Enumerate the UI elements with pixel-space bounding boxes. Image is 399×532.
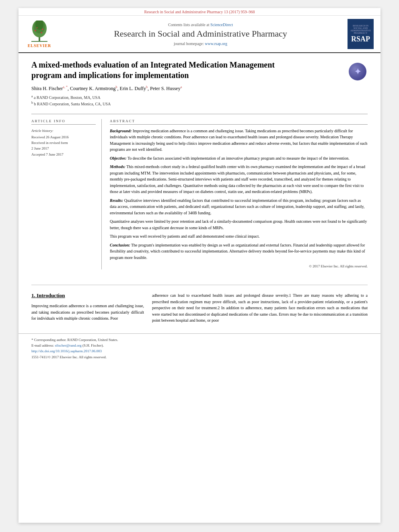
background-heading: Background: — [110, 129, 132, 133]
objective-heading: Objective: — [110, 156, 127, 160]
abstract-methods: Methods: This mixed-methods cohort study… — [110, 164, 368, 195]
affiliation-b: b b RAND Corporation, Santa Monica, CA, … — [31, 101, 368, 107]
results1-text: Qualitative interviews identified enabli… — [110, 198, 364, 215]
introduction-section: 1. Introduction Improving medication adh… — [19, 292, 380, 327]
received-revised-label: Received in revised form — [31, 140, 96, 146]
elsevier-tree-icon — [27, 21, 51, 43]
affil-sup-a: a — [31, 94, 33, 98]
svg-point-4 — [35, 30, 36, 31]
journal-reference-text: Research in Social and Administrative Ph… — [144, 10, 255, 14]
rsap-box: RESEARCH IN SOCIAL AND ADMINISTRATIVE PH… — [348, 19, 374, 49]
abstract-conclusion: Conclusion: The program's implementation… — [110, 242, 368, 261]
intro-title: 1. Introduction — [31, 292, 144, 299]
author-sup-a: a, * — [63, 85, 68, 89]
journal-reference-bar: Research in Social and Administrative Ph… — [19, 8, 380, 16]
homepage-link[interactable]: www.rsap.org — [205, 41, 227, 46]
affiliation-a: a a RAND Corporation, Boston, MA, USA — [31, 94, 368, 101]
abstract-column: Abstract Background: Improving medicatio… — [110, 119, 368, 269]
svg-point-5 — [42, 29, 43, 30]
journal-title: Research in Social and Administrative Ph… — [114, 29, 287, 39]
corresponding-author-line: * Corresponding author. RAND Corporation… — [31, 337, 368, 343]
author-sup-b1: b — [116, 85, 117, 89]
received-date: Received 26 August 2016 — [31, 134, 96, 140]
section-divider — [31, 285, 368, 285]
abstract-objective: Objective: To describe the factors assoc… — [110, 155, 368, 162]
results2-text: Quantitative analyses were limited by po… — [110, 219, 367, 230]
title-row: A mixed-methods evaluation of an Integra… — [31, 60, 368, 85]
background-text: Improving medication adherence is a comm… — [110, 129, 367, 152]
affil-sup-b: b — [31, 101, 33, 105]
crossmark-badge[interactable]: ✦ — [348, 62, 368, 82]
elsevier-logo: ELSEVIER — [23, 19, 56, 49]
abstract-label: Abstract — [110, 119, 368, 125]
intro-para1-right: adherence can lead to exacerbated health… — [152, 292, 368, 324]
methods-text: This mixed-methods cohort study in a fed… — [110, 164, 365, 194]
revised-date: 2 June 2017 — [31, 146, 96, 151]
results-heading: Results: — [110, 198, 123, 203]
affiliations: a a RAND Corporation, Boston, MA, USA b … — [31, 94, 368, 107]
author-sup-a2: a — [181, 85, 182, 89]
article-body: A mixed-methods evaluation of an Integra… — [19, 53, 380, 277]
homepage-line: journal homepage: www.rsap.org — [174, 41, 227, 46]
svg-point-7 — [41, 32, 42, 33]
abstract-text: Background: Improving medication adheren… — [110, 128, 368, 269]
accepted-date: Accepted 7 June 2017 — [31, 152, 96, 157]
author-sup-b2: b — [146, 85, 148, 89]
objective-text: To describe the factors associated with … — [127, 156, 350, 160]
article-history-label: Article history: — [31, 129, 96, 133]
crossmark-icon: ✦ — [349, 63, 366, 80]
intro-title-text: 1. Introduction — [31, 292, 65, 298]
article-title: A mixed-methods evaluation of an Integra… — [31, 60, 284, 80]
article-info-label: Article Info — [31, 119, 96, 125]
rsap-logo-container: RESEARCH IN SOCIAL AND ADMINISTRATIVE PH… — [346, 19, 376, 49]
methods-heading: Methods: — [110, 164, 125, 169]
copyright-line: © 2017 Elsevier Inc. All rights reserved… — [110, 264, 368, 269]
intro-para1: Improving medication adherence is a comm… — [31, 303, 144, 322]
svg-point-6 — [37, 27, 38, 28]
conclusion-heading: Conclusion: — [110, 243, 130, 247]
rsap-full-text: RESEARCH IN SOCIAL AND ADMINISTRATIVE PH… — [349, 25, 372, 34]
abstract-results2: Quantitative analyses were limited by po… — [110, 218, 368, 231]
contents-available-line: Contents lists available at ScienceDirec… — [168, 23, 233, 27]
article-info-column: Article Info Article history: Received 2… — [31, 119, 102, 269]
authors-line: Shira H. Fischera, *, Courtney K. Armstr… — [31, 85, 368, 92]
sciencedirect-link[interactable]: ScienceDirect — [210, 23, 233, 27]
journal-header: ELSEVIER Contents lists available at Sci… — [19, 16, 380, 53]
results3-text: This program was well received by patien… — [110, 234, 259, 238]
journal-center: Contents lists available at ScienceDirec… — [60, 19, 341, 49]
footer-notes: * Corresponding author. RAND Corporation… — [19, 333, 380, 364]
intro-right-column: adherence can lead to exacerbated health… — [152, 292, 368, 327]
email-link[interactable]: sfischer@rand.org — [55, 343, 81, 347]
email-line: E-mail address: sfischer@rand.org (S.H. … — [31, 343, 368, 348]
intro-left-column: 1. Introduction Improving medication adh… — [31, 292, 144, 327]
abstract-background: Background: Improving medication adheren… — [110, 128, 368, 153]
doi-link[interactable]: http://dx.doi.org/10.1016/j.sapharm.2017… — [31, 349, 102, 353]
abstract-results3: This program was well received by patien… — [110, 233, 368, 240]
conclusion-text: The program's implementation was enabled… — [110, 243, 365, 260]
elsevier-label: ELSEVIER — [28, 43, 51, 48]
issn-line: 1551-7411/© 2017 Elsevier Inc. All right… — [31, 354, 368, 360]
abstract-results1: Results: Qualitative interviews identifi… — [110, 197, 368, 216]
academic-paper-page: Research in Social and Administrative Ph… — [19, 8, 380, 523]
rsap-letters: RSAP — [351, 35, 370, 43]
article-info-abstract-section: Article Info Article history: Received 2… — [31, 114, 368, 269]
